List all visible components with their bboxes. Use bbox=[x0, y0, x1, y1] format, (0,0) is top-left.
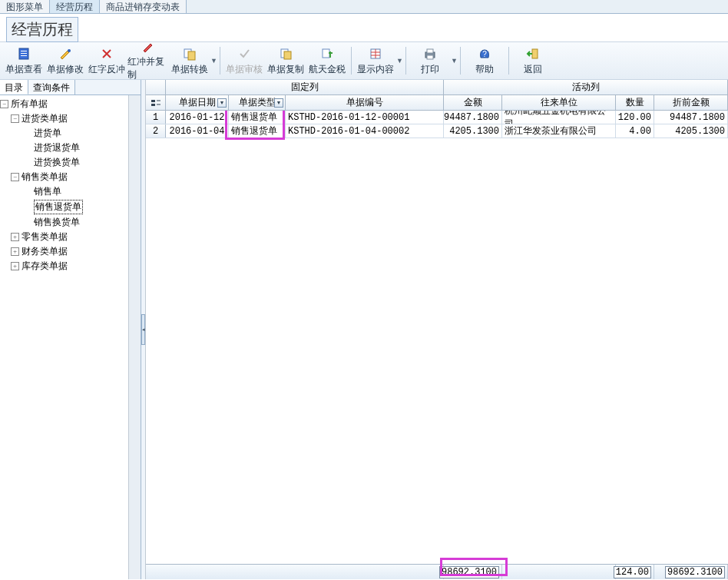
left-tab-query[interactable]: 查询条件 bbox=[28, 80, 75, 94]
svg-rect-15 bbox=[532, 49, 538, 58]
col-date[interactable]: 单据日期▼ bbox=[166, 95, 229, 110]
tree-stock[interactable]: +库存类单据 bbox=[0, 259, 128, 273]
check-icon bbox=[237, 46, 252, 61]
page-title: 经营历程 bbox=[6, 17, 78, 42]
tree-s2[interactable]: 销售退货单 bbox=[12, 199, 128, 215]
tax-icon bbox=[319, 46, 335, 61]
tab-history[interactable]: 经营历程 bbox=[50, 0, 100, 13]
collapse-icon[interactable]: − bbox=[11, 114, 19, 123]
back-arrow-icon bbox=[525, 46, 541, 61]
tree-finance[interactable]: +财务类单据 bbox=[0, 244, 128, 259]
collapse-icon[interactable]: − bbox=[11, 173, 19, 181]
printer-icon bbox=[422, 46, 438, 61]
cell-qty: 120.00 bbox=[616, 111, 654, 124]
red-x-icon bbox=[99, 46, 114, 61]
svg-rect-12 bbox=[427, 49, 433, 53]
grid-corner bbox=[146, 80, 166, 94]
cell-party: 浙江华发茶业有限公司 bbox=[502, 124, 616, 138]
tax-button[interactable]: 航天金税 bbox=[306, 44, 348, 78]
red-copy-button[interactable]: 红冲并复制 bbox=[127, 44, 169, 78]
svg-rect-17 bbox=[151, 104, 155, 106]
splitter-handle-icon[interactable]: ◂ bbox=[141, 314, 145, 345]
display-button[interactable]: 显示内容 bbox=[355, 44, 396, 78]
svg-rect-2 bbox=[21, 53, 27, 54]
total-qty: 124.00 bbox=[616, 565, 654, 579]
expand-icon[interactable]: + bbox=[11, 247, 19, 256]
top-tabs: 图形菜单 经营历程 商品进销存变动表 bbox=[0, 0, 728, 14]
expand-icon[interactable]: + bbox=[11, 262, 19, 270]
col-pre[interactable]: 折前金额 bbox=[654, 95, 728, 110]
toolbar: 单据查看 单据修改 红字反冲 红冲并复制 单据转换 ▼ 单据审核 单据复制 航天… bbox=[0, 41, 728, 80]
tree-s3[interactable]: 销售换货单 bbox=[12, 215, 128, 230]
col-amount[interactable]: 金额 bbox=[444, 95, 502, 110]
svg-rect-3 bbox=[21, 55, 27, 56]
red-pencil-icon bbox=[141, 40, 156, 54]
col-qty[interactable]: 数量 bbox=[616, 95, 654, 110]
table-row[interactable]: 2 2016-01-04 销售退货单 KSTHD-2016-01-04-0000… bbox=[146, 124, 728, 138]
red-reverse-button[interactable]: 红字反冲 bbox=[86, 44, 127, 78]
tree-all-docs[interactable]: −所有单据 bbox=[0, 97, 128, 111]
help-icon: ? bbox=[477, 46, 492, 61]
filter-arrow-icon[interactable]: ▼ bbox=[274, 98, 283, 108]
print-button[interactable]: 打印 bbox=[409, 44, 451, 78]
pencil-icon bbox=[58, 46, 73, 61]
svg-rect-9 bbox=[323, 49, 329, 58]
cell-qty: 4.00 bbox=[616, 124, 654, 138]
cell-date: 2016-01-04 bbox=[166, 124, 229, 138]
tree-p1[interactable]: 进货单 bbox=[12, 126, 128, 141]
convert-icon bbox=[182, 46, 197, 61]
document-icon bbox=[16, 46, 31, 61]
dropdown-arrow-icon[interactable]: ▼ bbox=[396, 44, 402, 78]
tree-p2[interactable]: 进货退货单 bbox=[12, 141, 128, 155]
totals-row: 98692.3100 124.00 98692.3100 bbox=[146, 564, 728, 579]
doc-convert-button[interactable]: 单据转换 bbox=[169, 44, 210, 78]
collapse-icon[interactable]: − bbox=[0, 100, 8, 108]
tree-sales[interactable]: −销售类单据 bbox=[0, 170, 128, 184]
doc-view-button[interactable]: 单据查看 bbox=[3, 44, 45, 78]
tab-graphic-menu[interactable]: 图形菜单 bbox=[0, 0, 50, 13]
copy-icon bbox=[278, 46, 293, 61]
cell-date: 2016-01-12 bbox=[166, 111, 229, 124]
left-pane: 目录 查询条件 −所有单据 −进货类单据 进货单 进货退货单 进货换货单 −销售… bbox=[0, 80, 141, 579]
col-type[interactable]: 单据类型▼ bbox=[229, 95, 286, 110]
cell-amount: 94487.1800 bbox=[444, 111, 502, 124]
cell-party: 杭州屺巅五金机电有限公司 bbox=[502, 111, 616, 124]
svg-rect-16 bbox=[151, 100, 155, 102]
cell-pre: 94487.1800 bbox=[654, 111, 728, 124]
tree-retail[interactable]: +零售类单据 bbox=[0, 230, 128, 244]
tree-purchase[interactable]: −进货类单据 bbox=[0, 111, 128, 126]
help-button[interactable]: ? 帮助 bbox=[464, 44, 505, 78]
col-party[interactable]: 往来单位 bbox=[502, 95, 616, 110]
total-spacer bbox=[502, 565, 616, 579]
tree-p3[interactable]: 进货换货单 bbox=[12, 155, 128, 170]
back-button[interactable]: 返回 bbox=[512, 44, 554, 78]
table-row[interactable]: 1 2016-01-12 销售退货单 KSTHD-2016-01-12-0000… bbox=[146, 111, 728, 124]
col-docno[interactable]: 单据编号 bbox=[286, 95, 444, 110]
col-rownum[interactable] bbox=[146, 95, 166, 110]
fixed-columns-label: 固定列 bbox=[166, 80, 444, 94]
toolbar-separator bbox=[405, 47, 406, 75]
data-grid: 固定列 活动列 单据日期▼ 单据类型▼ 单据编号 金额 往来单位 数量 折前金额… bbox=[146, 80, 728, 579]
toolbar-separator bbox=[351, 47, 352, 75]
doc-audit-button[interactable]: 单据审核 bbox=[223, 44, 265, 78]
cell-type: 销售退货单 bbox=[229, 124, 286, 138]
toolbar-separator bbox=[220, 47, 220, 75]
row-number: 1 bbox=[146, 111, 166, 124]
total-spacer bbox=[146, 565, 444, 579]
doc-edit-button[interactable]: 单据修改 bbox=[45, 44, 86, 78]
tree-s1[interactable]: 销售单 bbox=[12, 184, 128, 199]
scrollbar[interactable] bbox=[128, 95, 141, 579]
dropdown-arrow-icon[interactable]: ▼ bbox=[210, 44, 217, 78]
expand-icon[interactable]: + bbox=[11, 233, 19, 241]
svg-rect-8 bbox=[284, 51, 291, 59]
grid-icon bbox=[368, 46, 383, 61]
category-tree: −所有单据 −进货类单据 进货单 进货退货单 进货换货单 −销售类单据 销售单 … bbox=[0, 95, 128, 579]
left-tab-directory[interactable]: 目录 bbox=[0, 80, 28, 94]
svg-text:?: ? bbox=[482, 50, 487, 58]
dropdown-arrow-icon[interactable]: ▼ bbox=[451, 44, 457, 78]
filter-arrow-icon[interactable]: ▼ bbox=[217, 98, 227, 108]
row-number: 2 bbox=[146, 124, 166, 138]
doc-copy-button[interactable]: 单据复制 bbox=[265, 44, 306, 78]
active-columns-label: 活动列 bbox=[444, 80, 728, 94]
tab-stock-report[interactable]: 商品进销存变动表 bbox=[100, 0, 187, 13]
